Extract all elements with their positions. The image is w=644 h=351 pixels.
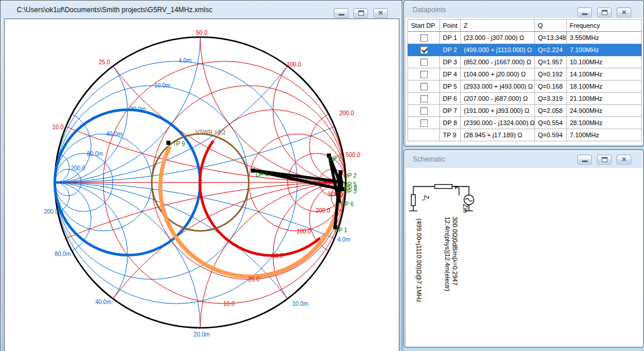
point-cell: DP 7 bbox=[440, 105, 461, 117]
sine-icon bbox=[465, 199, 472, 202]
close-button[interactable]: ✕ bbox=[373, 8, 388, 18]
table-row[interactable]: DP 2 (499.000 + j1110.000) Ω Q=2.224 7.1… bbox=[408, 44, 642, 56]
column-header: Q bbox=[535, 20, 567, 32]
frequency-cell: 24.900MHz bbox=[567, 105, 642, 117]
susceptance-label: 10.0m bbox=[292, 301, 308, 307]
smith-chart-window: C:\Users\ok1uf\Documents\Smith projects\… bbox=[0, 0, 402, 351]
minimize-button[interactable] bbox=[577, 155, 592, 164]
impedance-cell: (104.000 + j20.000) Ω bbox=[461, 68, 535, 81]
unity-resistance-arc bbox=[200, 141, 320, 255]
dp-label: DP 6 bbox=[341, 201, 354, 207]
reactance-label: 10.0 bbox=[52, 124, 64, 130]
load-impedance-symbol bbox=[412, 195, 416, 206]
table-row[interactable]: DP 5 (2933.000 + j493.000) Ω Q=0.168 18.… bbox=[408, 81, 642, 93]
tp-label: TP 9 bbox=[173, 141, 185, 147]
resistance-label: 10.0 bbox=[223, 301, 235, 307]
smith-chart[interactable]: 10.0 25.0 50.0 100.0 200.0 500.0 10.0 25… bbox=[5, 19, 399, 351]
frequency-cell: 21.100MHz bbox=[567, 93, 642, 105]
dp-label: DP 1 bbox=[334, 227, 347, 233]
datapoints-titlebar[interactable]: Datapoints ✕ bbox=[404, 1, 643, 19]
column-header: Z bbox=[461, 20, 535, 32]
main-titlebar[interactable]: C:\Users\ok1uf\Documents\Smith projects\… bbox=[1, 1, 402, 19]
chart-area[interactable]: 10.0 25.0 50.0 100.0 200.0 500.0 10.0 25… bbox=[4, 19, 399, 351]
susceptance-label: 80.0m bbox=[54, 251, 71, 257]
start-dp-checkbox[interactable] bbox=[420, 107, 428, 115]
resistance-label: 25.0 bbox=[248, 276, 260, 283]
column-header: Frequency bbox=[567, 20, 642, 32]
resistance-label: 100.0 bbox=[296, 228, 311, 235]
table-header-row: Start DP Point Z Q Frequency bbox=[408, 20, 642, 32]
close-icon: ✕ bbox=[621, 156, 627, 163]
q-cell: Q=13.348 bbox=[535, 32, 567, 44]
reactance-label: 500.0 bbox=[345, 152, 360, 158]
minimize-icon bbox=[339, 14, 344, 16]
maximize-icon bbox=[602, 157, 607, 162]
schematic-window: Schematic ✕ ZL Zin bbox=[403, 149, 644, 348]
frequency-cell: 7.100MHz bbox=[567, 129, 642, 141]
start-dp-checkbox[interactable] bbox=[420, 95, 428, 103]
maximize-button[interactable] bbox=[354, 8, 368, 18]
point-cell: DP 6 bbox=[440, 93, 461, 105]
point-cell: DP 4 bbox=[440, 68, 461, 81]
frequency-cell: 18.100MHz bbox=[567, 81, 642, 93]
table-row[interactable]: DP 3 (852.000 - j1667.000) Ω Q=1.957 10.… bbox=[408, 56, 642, 68]
maximize-button[interactable] bbox=[597, 155, 612, 164]
table-row[interactable]: DP 6 (207.000 - j687.000) Ω Q=3.319 21.1… bbox=[408, 93, 642, 105]
impedance-cell: (852.000 - j1667.000) Ω bbox=[461, 56, 535, 68]
q-cell: Q=0.594 bbox=[535, 129, 567, 141]
table-row[interactable]: DP 4 (104.000 + j20.000) Ω Q=0.192 14.10… bbox=[408, 68, 642, 81]
column-header: Point bbox=[440, 20, 461, 32]
impedance-cell: (2390.000 - j1324.000) Ω bbox=[461, 117, 535, 129]
start-dp-checkbox[interactable] bbox=[420, 119, 428, 127]
transmission-line-symbol bbox=[435, 185, 452, 189]
reactance-label: 25.0 bbox=[99, 59, 110, 65]
impedance-cell: (28.945 + j17.189) Ω bbox=[461, 129, 535, 141]
point-cell: DP 1 bbox=[440, 32, 461, 44]
table-row[interactable]: DP 7 (191.000 + j393.000) Ω Q=2.058 24.9… bbox=[408, 105, 642, 117]
start-dp-checkbox[interactable] bbox=[420, 58, 428, 66]
susceptance-label: 4.0m bbox=[337, 236, 350, 243]
impedance-cell: (499.000 + j1110.000) Ω bbox=[461, 44, 535, 56]
line-spec-text: 300.0Ω|0dB/m|λ=0.2947 12.4m(phys)|12.4m(… bbox=[443, 217, 459, 291]
conductance-label: 80.0m bbox=[87, 151, 103, 157]
susceptance-label: 20.0m bbox=[194, 331, 210, 338]
close-icon: ✕ bbox=[378, 10, 383, 16]
datapoints-window-title: Datapoints bbox=[413, 6, 446, 14]
schematic-window-title: Schematic bbox=[413, 155, 445, 163]
table-row[interactable]: DP 8 (2390.000 - j1324.000) Ω Q=0.554 28… bbox=[408, 117, 642, 129]
minimize-button[interactable] bbox=[577, 8, 592, 17]
datapoints-table: Start DP Point Z Q Frequency DP 1 (23.00… bbox=[407, 19, 642, 141]
start-dp-checkbox[interactable] bbox=[420, 83, 428, 90]
start-dp-checkbox[interactable] bbox=[420, 46, 428, 54]
table-row[interactable]: TP 9 (28.945 + j17.189) Ω Q=0.594 7.100M… bbox=[408, 129, 642, 141]
vswr-label: VSWR =2Ω bbox=[195, 129, 225, 136]
susceptance-label: 40.0m bbox=[95, 299, 111, 305]
resistance-label: 50.0 bbox=[272, 253, 283, 259]
close-button[interactable]: ✕ bbox=[617, 8, 631, 17]
q-cell: Q=0.192 bbox=[535, 68, 567, 81]
q-cell: Q=2.224 bbox=[535, 44, 567, 56]
start-dp-checkbox[interactable] bbox=[420, 71, 428, 78]
minimize-icon bbox=[582, 160, 588, 162]
schematic-diagram: ZL Zin bbox=[406, 168, 643, 346]
maximize-icon bbox=[602, 10, 607, 15]
table-row[interactable]: DP 1 (23.000 - j307.000) Ω Q=13.348 3.55… bbox=[408, 32, 642, 44]
datapoints-window: Datapoints ✕ Start DP Point Z Q Frequenc… bbox=[403, 0, 644, 147]
conductance-label: 40.0m bbox=[106, 131, 122, 137]
q-cell: Q=0.554 bbox=[535, 117, 567, 129]
conductance-label: 4.0m bbox=[179, 57, 191, 64]
conductance-label: 20.0m bbox=[130, 106, 146, 112]
schematic-titlebar[interactable]: Schematic ✕ bbox=[404, 150, 643, 168]
start-dp-checkbox[interactable] bbox=[420, 34, 428, 42]
load-label: ZL bbox=[421, 195, 430, 202]
q-cell: Q=3.319 bbox=[535, 93, 567, 105]
minimize-button[interactable] bbox=[334, 8, 348, 18]
impedance-cell: (207.000 - j687.000) Ω bbox=[461, 93, 535, 105]
point-cell: DP 3 bbox=[440, 56, 461, 68]
close-button[interactable]: ✕ bbox=[617, 155, 631, 164]
dp-label: DP 4 bbox=[256, 171, 268, 178]
reactance-label: 50.0 bbox=[196, 30, 208, 36]
q-cell: Q=1.957 bbox=[535, 56, 567, 68]
dp-label: DP 2 bbox=[344, 173, 356, 179]
maximize-button[interactable] bbox=[597, 8, 612, 17]
